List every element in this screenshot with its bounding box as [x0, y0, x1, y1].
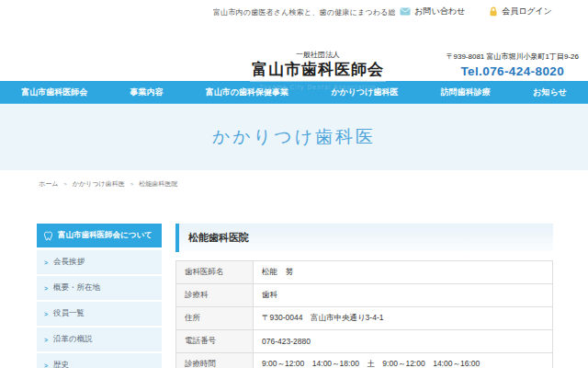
contact-button[interactable]: お問い合わせ [395, 3, 469, 20]
row-label: 診療科 [176, 284, 254, 307]
sidebar-item-history-outline[interactable]: > 沿革の概説 [37, 328, 162, 353]
nav-item-services[interactable]: 事業内容 [125, 81, 169, 103]
row-label: 診療時間 [176, 353, 254, 368]
sidebar-item-label: 概要・所在地 [53, 282, 100, 293]
phone-number: Tel.076-424-8020 [447, 64, 580, 78]
page: 富山市内の歯医者さん検索と、歯の健康にまつわる総合情報サイト お問い合わせ 会員… [0, 0, 588, 368]
sidebar-nav: > 会長挨拶 > 概要・所在地 > 役員一覧 > 沿革の概説 > 歴史 [37, 250, 162, 368]
chevron-right-icon: > [44, 259, 48, 266]
chevron-right-icon: > [44, 311, 48, 317]
breadcrumb-separator: > [130, 181, 134, 187]
table-row: 診療時間 9:00～12:00 14:00～18:00 土 9:00～12:00… [176, 353, 553, 368]
top-utility-bar: 富山市内の歯医者さん検索と、歯の健康にまつわる総合情報サイト お問い合わせ 会員… [0, 0, 588, 23]
nav-item-visiting-care[interactable]: 訪問歯科診療 [435, 81, 496, 103]
site-logo[interactable]: 一般社団法人 富山市歯科医師会 Toyama City Dental Assoc… [248, 50, 388, 90]
breadcrumb-current: 松能歯科医院 [139, 179, 177, 189]
tooth-icon [43, 231, 53, 241]
nav-item-news[interactable]: お知らせ [527, 81, 572, 103]
table-row: 電話番号 076-423-2880 [176, 330, 553, 353]
sidebar: 富山市歯科医師会について > 会長挨拶 > 概要・所在地 > 役員一覧 > 沿革… [37, 224, 162, 368]
table-row: 診療科 歯科 [176, 284, 553, 307]
postal-address: 〒939-8081 富山市堀川小泉町1丁目9-26 [447, 52, 580, 62]
breadcrumb-family-dentist[interactable]: かかりつけ歯科医 [73, 179, 125, 189]
breadcrumb-separator: > [63, 181, 67, 187]
site-header: 一般社団法人 富山市歯科医師会 Toyama City Dental Assoc… [0, 23, 588, 81]
logo-divider [250, 81, 386, 82]
page-title-banner: かかりつけ歯科医 [0, 104, 588, 170]
table-row: 歯科医師名 松能 努 [176, 261, 553, 284]
sidebar-header-about[interactable]: 富山市歯科医師会について [37, 224, 162, 247]
topbar-actions: お問い合わせ 会員ログイン [395, 3, 557, 20]
clinic-info-table: 歯科医師名 松能 努 診療科 歯科 住所 〒930-0044 富山市中央通り3-… [175, 260, 553, 368]
nav-item-association[interactable]: 富山市歯科医師会 [16, 81, 93, 103]
sidebar-item-label: 歴史 [53, 360, 69, 368]
contact-button-label: お問い合わせ [414, 6, 465, 17]
chevron-right-icon: > [44, 285, 48, 292]
sidebar-item-officers[interactable]: > 役員一覧 [37, 302, 162, 328]
clinic-name-heading: 松能歯科医院 [175, 224, 553, 252]
row-value: 松能 努 [254, 261, 553, 284]
lock-icon [489, 6, 498, 17]
site-subtitle: Toyama City Dental Association [248, 84, 388, 90]
row-label: 住所 [176, 307, 254, 330]
sidebar-item-label: 会長挨拶 [53, 257, 85, 268]
page-title: かかりつけ歯科医 [212, 125, 376, 149]
row-label: 歯科医師名 [176, 261, 254, 284]
member-login-button[interactable]: 会員ログイン [484, 3, 557, 20]
row-label: 電話番号 [176, 330, 254, 353]
org-type: 一般社団法人 [248, 50, 388, 60]
sidebar-item-label: 役員一覧 [53, 308, 85, 319]
sidebar-header-label: 富山市歯科医師会について [58, 230, 153, 241]
main-content: 松能歯科医院 歯科医師名 松能 努 診療科 歯科 住所 〒930-0044 富山… [175, 224, 553, 368]
chevron-right-icon: > [44, 337, 48, 343]
row-value: 9:00～12:00 14:00～18:00 土 9:00～12:00 14:0… [254, 353, 553, 368]
row-value: 〒930-0044 富山市中央通り3-4-1 [254, 307, 553, 330]
site-title: 富山市歯科医師会 [248, 60, 388, 79]
sidebar-item-label: 沿革の概説 [53, 334, 93, 345]
member-login-button-label: 会員ログイン [502, 6, 552, 17]
row-value: 076-423-2880 [254, 330, 553, 353]
sidebar-item-overview-location[interactable]: > 概要・所在地 [37, 276, 162, 302]
table-row: 住所 〒930-0044 富山市中央通り3-4-1 [176, 307, 553, 330]
breadcrumb-home[interactable]: ホーム [39, 179, 58, 189]
sidebar-item-greeting[interactable]: > 会長挨拶 [37, 250, 162, 276]
sidebar-item-history[interactable]: > 歴史 [37, 353, 162, 368]
chevron-right-icon: > [44, 362, 48, 368]
row-value: 歯科 [254, 284, 553, 307]
content: 富山市歯科医師会について > 会長挨拶 > 概要・所在地 > 役員一覧 > 沿革… [37, 224, 553, 368]
mail-icon [400, 7, 411, 16]
header-contact-info: 〒939-8081 富山市堀川小泉町1丁目9-26 Tel.076-424-80… [447, 52, 580, 78]
breadcrumb: ホーム > かかりつけ歯科医 > 松能歯科医院 [0, 170, 588, 189]
